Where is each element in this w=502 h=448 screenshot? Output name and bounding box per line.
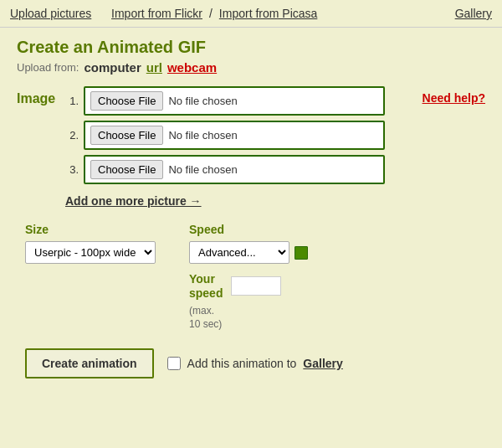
- add-to-gallery-label: Add this animation to: [187, 357, 297, 370]
- file-row-3: 3. Choose File No file chosen: [65, 155, 414, 184]
- row-num-3: 3.: [65, 163, 79, 176]
- nav-upload-pictures[interactable]: Upload pictures: [10, 7, 91, 20]
- add-more-section: Add one more picture →: [65, 194, 485, 208]
- green-square-icon: [295, 246, 308, 260]
- upload-from-row: Upload from: computer url webcam: [17, 60, 485, 75]
- gallery-link[interactable]: Gallery: [303, 357, 342, 370]
- choose-file-btn-3[interactable]: Choose File: [90, 160, 163, 179]
- upload-computer-link[interactable]: computer: [84, 60, 141, 75]
- your-speed-row: Yourspeed: [189, 272, 308, 301]
- nav-import-picasa[interactable]: Import from Picasa: [219, 7, 317, 20]
- nav-slash: /: [209, 7, 213, 20]
- nav-gallery-spacer: Gallery: [455, 7, 492, 20]
- no-file-text-1: No file chosen: [168, 95, 237, 107]
- upload-url-link[interactable]: url: [146, 60, 162, 75]
- file-row-1: 1. Choose File No file chosen: [65, 86, 414, 116]
- file-input-box-2: Choose File No file chosen: [84, 121, 385, 150]
- no-file-text-3: No file chosen: [168, 163, 237, 176]
- upload-from-label: Upload from:: [17, 61, 79, 74]
- size-group: Size Userpic - 100px wide: [25, 223, 156, 332]
- nav-gallery[interactable]: Gallery: [455, 7, 492, 20]
- add-to-gallery-checkbox[interactable]: [167, 357, 181, 370]
- upload-webcam-link[interactable]: webcam: [167, 60, 217, 75]
- nav-import-flickr[interactable]: Import from Flickr: [111, 7, 202, 20]
- your-speed-label: Yourspeed: [189, 272, 223, 301]
- file-input-box-3: Choose File No file chosen: [84, 155, 385, 184]
- no-file-text-2: No file chosen: [168, 129, 237, 142]
- max-note: (max.10 sec): [189, 304, 308, 332]
- choose-file-btn-1[interactable]: Choose File: [90, 91, 163, 111]
- main-content: Create an Animated GIF Upload from: comp…: [0, 28, 502, 389]
- bottom-row: Create animation Add this animation to G…: [25, 348, 485, 378]
- speed-row: Advanced...: [189, 241, 308, 264]
- nav-separator1: [98, 7, 105, 20]
- add-more-link[interactable]: Add one more picture →: [65, 194, 202, 208]
- image-section: Image 1. Choose File No file chosen 2. C…: [17, 86, 485, 184]
- speed-label: Speed: [189, 223, 308, 236]
- your-speed-input[interactable]: [231, 276, 281, 296]
- file-inputs-list: 1. Choose File No file chosen 2. Choose …: [65, 86, 414, 184]
- gallery-checkbox-row: Add this animation to Gallery: [167, 357, 343, 370]
- top-nav: Upload pictures Import from Flickr / Imp…: [0, 0, 502, 28]
- row-num-1: 1.: [65, 95, 79, 107]
- choose-file-btn-2[interactable]: Choose File: [90, 126, 163, 145]
- create-animation-button[interactable]: Create animation: [25, 348, 154, 378]
- size-select[interactable]: Userpic - 100px wide: [25, 241, 156, 264]
- page-title: Create an Animated GIF: [17, 38, 485, 57]
- file-row-2: 2. Choose File No file chosen: [65, 121, 414, 150]
- speed-section: Speed Advanced... Yourspeed (max.10 sec): [189, 223, 308, 332]
- settings-section: Size Userpic - 100px wide Speed Advanced…: [25, 223, 485, 332]
- need-help-link[interactable]: Need help?: [423, 86, 485, 105]
- size-label: Size: [25, 223, 156, 236]
- speed-group: Speed Advanced...: [189, 223, 308, 264]
- file-input-box-1: Choose File No file chosen: [84, 86, 385, 116]
- speed-select[interactable]: Advanced...: [189, 241, 289, 264]
- your-speed-group: Yourspeed (max.10 sec): [189, 272, 308, 332]
- image-label: Image: [17, 86, 57, 106]
- row-num-2: 2.: [65, 129, 79, 142]
